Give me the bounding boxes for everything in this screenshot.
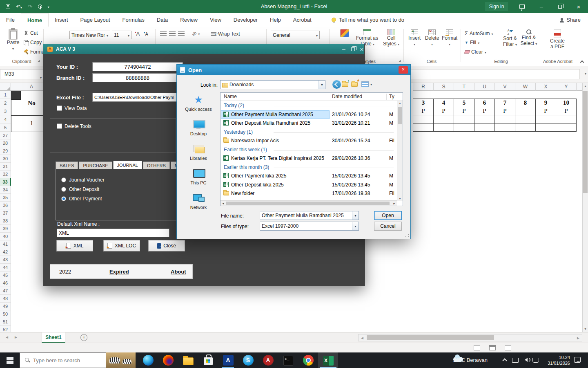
excel-file-field[interactable]: C:\Users\USER\Downloads\Other Paym [92, 93, 183, 102]
bottom-align-button[interactable] [178, 31, 185, 36]
row-header-39[interactable]: 39 [0, 225, 11, 233]
file-group-today-2-[interactable]: Today (2) [220, 101, 398, 110]
find-select-button[interactable]: Find & Select [519, 29, 538, 47]
redo-icon[interactable] [28, 4, 32, 10]
row-header-49[interactable]: 49 [0, 303, 11, 310]
view-data-checkbox[interactable] [57, 105, 62, 111]
grid-cell-Y-2[interactable]: 10 [556, 99, 577, 107]
footer-about-link[interactable]: About [171, 269, 186, 275]
row-header-36[interactable]: 36 [0, 202, 11, 209]
restore-button[interactable] [551, 0, 569, 13]
number-format-combo[interactable]: General [271, 31, 320, 39]
row-header-4[interactable]: 4 [0, 115, 11, 123]
hscroll-left-icon[interactable]: ◄ [360, 336, 364, 340]
orientation-button[interactable]: ab [192, 31, 200, 36]
wrap-text-button[interactable]: Wrap Text [211, 31, 240, 37]
column-header-type[interactable]: Ty [389, 94, 394, 99]
select-all-corner[interactable] [0, 83, 11, 91]
format-painter-button[interactable]: Forma [24, 49, 45, 55]
vertical-scrollbar-thumb[interactable] [583, 91, 588, 193]
row-header-48[interactable]: 48 [0, 295, 11, 303]
row-header-5[interactable]: 5 [0, 123, 11, 132]
radio-button-journal-voucher[interactable] [61, 177, 66, 182]
grid-cell-U-4[interactable] [474, 115, 495, 123]
cancel-button[interactable]: Cancel [374, 222, 402, 231]
resize-grip[interactable] [405, 233, 409, 238]
column-header-date-modified[interactable]: Date modified [332, 94, 362, 99]
file-name-combo[interactable]: Other Payment Mulia Ramdhani 2025▼ [260, 211, 359, 220]
open-dialog-close-button[interactable]: × [399, 66, 408, 74]
row-header-28[interactable]: 28 [0, 139, 11, 147]
grid-cell-R-5[interactable] [413, 123, 434, 132]
cell-styles-button[interactable]: Cell Styles [381, 29, 402, 47]
start-button[interactable] [0, 352, 20, 368]
col-header-s[interactable]: S [434, 83, 454, 91]
grid-cell-V-2[interactable]: 7 [495, 99, 515, 107]
list-vertical-scrollbar[interactable]: ▲ ▼ [397, 101, 403, 201]
grid-cell-S-4[interactable] [434, 115, 454, 123]
tray-network-icon[interactable] [532, 358, 539, 363]
look-in-combo[interactable]: Downloads ▼ [220, 80, 325, 89]
copy-button[interactable]: Copy [24, 40, 42, 45]
row-header-27[interactable]: 27 [0, 132, 11, 139]
page-layout-view-button[interactable] [489, 345, 496, 350]
taskbar-app-aca[interactable] [218, 352, 238, 368]
aca-tab-purchase[interactable]: PURCHASE [79, 162, 112, 169]
column-header-name[interactable]: Name [224, 94, 237, 99]
row-header-34[interactable]: 34 [0, 186, 11, 194]
back-button[interactable] [332, 80, 341, 89]
aca-minimize-button[interactable] [339, 44, 348, 54]
grid-cell-X-5[interactable] [536, 123, 556, 132]
grid-cell-R-3[interactable]: P [413, 107, 434, 115]
col-header-r[interactable]: R [413, 83, 434, 91]
xml-name-field[interactable]: XML [57, 229, 169, 237]
file-row-other-deposit-mulia-ramdhani-2025[interactable]: Other Deposit Mulia Ramdhani 202531/01/2… [220, 119, 398, 128]
grid-cell-T-3[interactable]: P [454, 107, 474, 115]
taskbar-app-skype[interactable] [238, 352, 258, 368]
your-id-field[interactable]: 774904472 [92, 62, 183, 71]
grid-cell-Y-5[interactable] [556, 123, 577, 132]
col-header-y[interactable]: Y [556, 83, 577, 91]
radio-button-other-deposit[interactable] [61, 187, 66, 192]
grid-cell-S-3[interactable]: P [434, 107, 454, 115]
clipboard-dialog-launcher[interactable] [38, 59, 40, 63]
tray-speaker-icon[interactable] [523, 358, 528, 362]
formula-bar-expand-icon[interactable] [585, 72, 586, 76]
grid-cell-W-2[interactable]: 8 [515, 99, 536, 107]
autosum-button[interactable]: AutoSum [465, 30, 493, 36]
create-pdf-button[interactable]: Create a PDF [546, 29, 568, 49]
grid-cell-U-2[interactable]: 6 [474, 99, 495, 107]
name-box[interactable]: M33 [0, 69, 44, 79]
sheet-nav-left-icon[interactable]: ◄ [5, 335, 9, 339]
grid-cell-R-2[interactable]: 3 [413, 99, 434, 107]
file-group-earlier-this-week-1-[interactable]: Earlier this week (1) [220, 146, 398, 155]
row-header-44[interactable]: 44 [0, 264, 11, 272]
taskbar-app-firefox[interactable] [158, 352, 178, 368]
row-header-47[interactable]: 47 [0, 287, 11, 295]
list-horizontal-scrollbar[interactable]: ◄ ► [220, 200, 397, 206]
weather-widget[interactable]: 29°C Berawan [440, 352, 497, 368]
row-header-43[interactable]: 43 [0, 256, 11, 264]
grid-cell-W-3[interactable] [515, 107, 536, 115]
tray-display-icon[interactable] [512, 358, 519, 363]
taskbar-app-anydesk[interactable] [258, 352, 278, 368]
radio-option-other-payment[interactable]: Other Payment [61, 195, 102, 202]
ribbon-tab-file[interactable]: File [0, 13, 21, 27]
row-header-29[interactable]: 29 [0, 147, 11, 155]
file-row-other-payment-kika-2025[interactable]: Other Payment kika 202515/01/2026 13.45M [220, 172, 398, 181]
taskbar-app-edge[interactable] [138, 352, 158, 368]
styles-dialog-launcher[interactable] [399, 59, 401, 63]
radio-button-other-payment[interactable] [61, 196, 66, 201]
sort-filter-button[interactable]: Sort & Filter [501, 29, 519, 48]
file-row-new-folder[interactable]: New folder17/01/2026 19.38Fil [220, 189, 398, 198]
minimize-button[interactable] [532, 0, 550, 13]
branch-id-field[interactable]: 88888888 [92, 73, 183, 82]
tray-overflow-chevron-icon[interactable] [502, 358, 507, 363]
footer-expired-link[interactable]: Expired [109, 269, 129, 275]
taskbar-clock[interactable]: 10.24 31/01/2026 [541, 355, 570, 366]
taskbar-search-box[interactable] [20, 352, 106, 368]
hscroll-right-icon[interactable]: ► [576, 336, 580, 340]
ribbon-display-options-button[interactable] [513, 0, 531, 13]
horizontal-scrollbar-thumb[interactable] [367, 335, 494, 340]
radio-option-other-deposit[interactable]: Other Deposit [61, 186, 99, 192]
